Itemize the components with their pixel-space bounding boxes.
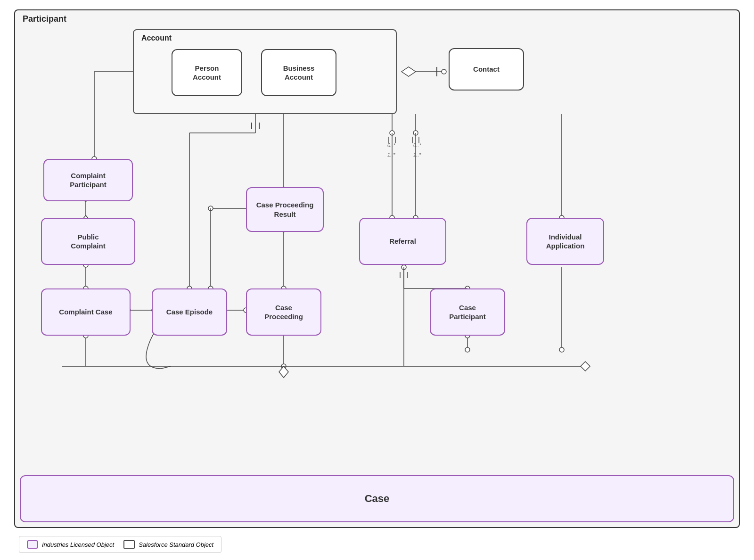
referral-label: Referral [389, 237, 416, 246]
case-episode-label: Case Episode [166, 307, 213, 317]
case-participant-label: Case Participant [449, 303, 486, 321]
contact-label: Contact [473, 65, 500, 74]
contact-box: Contact [449, 48, 524, 91]
legend-industry-box [27, 540, 38, 549]
legend-standard-item: Salesforce Standard Object [123, 540, 213, 549]
public-complaint-label: Public Complaint [71, 232, 105, 251]
account-label: Account [141, 34, 172, 42]
multiplicity-label-2: 1..* [387, 152, 395, 157]
legend-standard-label: Salesforce Standard Object [139, 541, 213, 548]
legend-industry-label: Industries Licensed Object [42, 541, 114, 548]
complaint-case-box: Complaint Case [41, 288, 131, 336]
case-episode-box: Case Episode [152, 288, 227, 336]
participant-label: Participant [23, 14, 66, 24]
business-account-label: Business Account [283, 64, 315, 82]
svg-point-30 [402, 265, 406, 270]
svg-point-39 [465, 347, 470, 352]
legend: Industries Licensed Object Salesforce St… [19, 536, 221, 553]
multiplicity-label-1: 0..* [387, 142, 395, 148]
svg-point-36 [559, 347, 564, 352]
svg-point-15 [442, 69, 446, 74]
referral-box: Referral [359, 218, 446, 265]
svg-point-22 [390, 131, 394, 135]
public-complaint-box: Public Complaint [41, 218, 135, 265]
case-participant-box: Case Participant [430, 288, 505, 336]
case-label: Case [365, 493, 390, 505]
diagram-container: Participant Account Person Account Busin… [14, 9, 740, 528]
person-account-label: Person Account [193, 64, 221, 82]
svg-marker-67 [581, 362, 590, 371]
svg-marker-51 [279, 366, 288, 378]
legend-standard-box [123, 540, 135, 549]
complaint-participant-box: Complaint Participant [43, 159, 133, 201]
multiplicity-label-3: 0..* [413, 142, 421, 148]
multiplicity-label-4: 1..* [413, 152, 421, 157]
svg-marker-11 [402, 67, 416, 76]
complaint-case-label: Complaint Case [59, 307, 112, 317]
business-account-box: Business Account [261, 49, 336, 96]
complaint-participant-label: Complaint Participant [70, 171, 107, 189]
case-proceeding-result-label: Case Proceeding Result [256, 200, 314, 219]
account-box: Account Person Account Business Account [133, 29, 397, 114]
case-proceeding-label: Case Proceeding [264, 303, 303, 321]
svg-point-50 [281, 364, 286, 369]
legend-industry-item: Industries Licensed Object [27, 540, 114, 549]
individual-application-label: Individual Application [546, 232, 585, 251]
case-proceeding-result-box: Case Proceeding Result [246, 187, 324, 232]
individual-application-box: Individual Application [526, 218, 604, 265]
svg-point-59 [208, 206, 213, 211]
case-proceeding-box: Case Proceeding [246, 288, 321, 336]
case-box: Case [20, 475, 734, 522]
person-account-box: Person Account [172, 49, 242, 96]
svg-point-26 [413, 131, 418, 135]
